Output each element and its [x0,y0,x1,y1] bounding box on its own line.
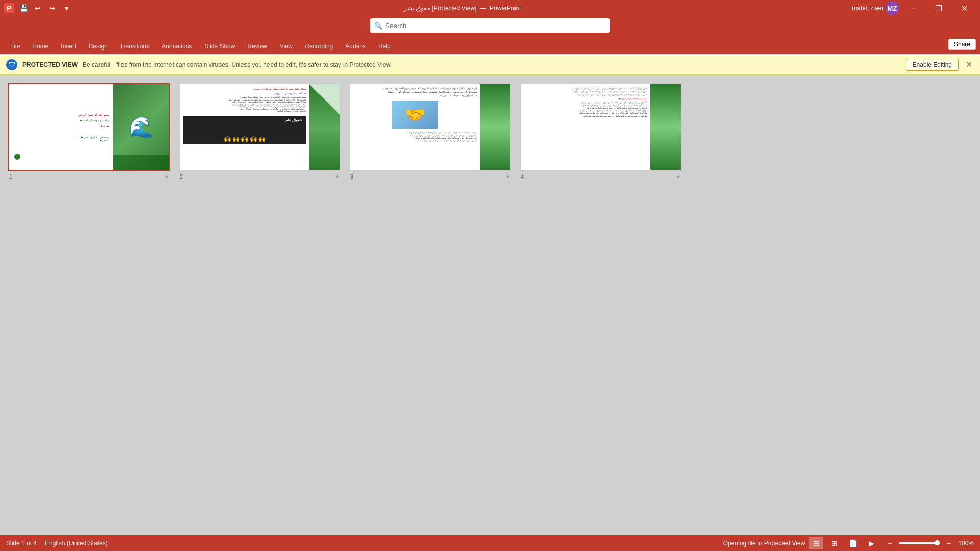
tab-view[interactable]: View [274,39,299,54]
slide-number-3: 3 [350,173,353,180]
slide-star-2: ★ [335,173,340,180]
slide-info: Slide 1 of 4 [6,540,37,547]
slide-star-4: ★ [676,173,681,180]
zoom-slider[interactable] [899,542,940,544]
slide-wrapper-2: سوال: پایش بشر را جامعه چطور می‌داند؟ به… [179,83,341,527]
language: English (United States) [45,540,108,547]
close-button[interactable]: ✕ [952,0,976,16]
search-icon: 🔍 [374,22,382,30]
enable-editing-button[interactable]: Enable Editing [906,59,959,71]
minimize-button[interactable]: − [901,0,925,16]
search-input[interactable] [385,22,606,30]
tab-home[interactable]: Home [26,39,55,54]
status-bar: Slide 1 of 4 English (United States) Ope… [0,535,980,551]
undo-button[interactable]: ↩ [32,2,44,14]
tab-design[interactable]: Design [82,39,113,54]
reading-view-button[interactable]: 📄 [846,537,860,549]
search-bar-area: 🔍 [0,16,980,35]
slide-content-4: حقوق اری آن گفته هاست که صدق که حقوق هاش… [521,84,681,170]
slide-wrapper-4: حقوق اری آن گفته هاست که صدق که حقوق هاش… [520,83,682,527]
tab-slideshow[interactable]: Slide Show [198,39,241,54]
slideshow-view-button[interactable]: ▶ [864,537,878,549]
tab-animations[interactable]: Animations [156,39,198,54]
slide-number-row-1: 1 ★ [8,173,170,180]
doc-title: حقوق بشر [Protected View] [404,5,477,12]
slide3-image: 🤝 [392,101,438,129]
title-bar-right: mahdi ziaei MZ − ❐ ✕ [852,0,976,16]
status-right: Opening file in Protected View ⊟ ⊞ 📄 ▶ −… [723,537,974,549]
slide-content-2: سوال: پایش بشر را جامعه چطور می‌داند؟ به… [180,84,340,170]
zoom-level: 100% [958,540,974,547]
slide-content-3: این حقوق شامل حقوق طبیعی است که افراد قا… [350,84,510,170]
slide-number-row-4: 4 ★ [520,173,682,180]
ribbon-tabs: File Home Insert Design Transitions Anim… [0,35,980,54]
slide-number-4: 4 [521,173,524,180]
slide-wrapper-3: این حقوق شامل حقوق طبیعی است که افراد قا… [349,83,511,527]
share-button[interactable]: Share [948,39,976,50]
user-name: mahdi ziaei [852,5,883,12]
title-bar: P 💾 ↩ ↪ ▾ حقوق بشر [Protected View] — Po… [0,0,980,16]
slide-thumb-1[interactable]: بسم الله الرحمن الرحیم ▶ پیامبر و دوستان… [8,83,170,171]
slide-thumb-3[interactable]: این حقوق شامل حقوق طبیعی است که افراد قا… [349,83,511,171]
normal-view-button[interactable]: ⊟ [809,537,823,549]
ribbon: File Home Insert Design Transitions Anim… [0,35,980,55]
close-protected-bar-button[interactable]: ✕ [964,60,974,70]
slide-content-1: بسم الله الرحمن الرحیم ▶ پیامبر و دوستان… [9,84,169,170]
user-avatar[interactable]: MZ [885,1,899,15]
tab-insert[interactable]: Insert [55,39,82,54]
main-area: بسم الله الرحمن الرحیم ▶ پیامبر و دوستان… [0,75,980,535]
slide-thumb-4[interactable]: حقوق اری آن گفته هاست که صدق که حقوق هاش… [520,83,682,171]
view-message: Opening file in Protected View [723,540,805,547]
zoom-area: − + 100% [883,537,974,549]
slide-sorter-button[interactable]: ⊞ [827,537,842,549]
protected-view-bar: 🛡 PROTECTED VIEW Be careful—files from t… [0,55,980,75]
app-icon: P [4,3,14,13]
window-title: حقوق بشر [Protected View] — PowerPoint [72,5,852,12]
app-name: PowerPoint [489,5,521,12]
protected-message: Be careful—files from the Internet can c… [83,61,901,68]
slide-number-2: 2 [180,173,183,180]
user-badge: mahdi ziaei MZ [852,1,899,15]
tab-transitions[interactable]: Transitions [114,39,156,54]
user-initials: MZ [888,5,897,12]
tab-addins[interactable]: Add-ins [339,39,372,54]
slide-thumb-2[interactable]: سوال: پایش بشر را جامعه چطور می‌داند؟ به… [179,83,341,171]
slide-star-1: ★ [164,173,169,180]
slides-panel: بسم الله الرحمن الرحیم ▶ پیامبر و دوستان… [8,83,972,527]
status-left: Slide 1 of 4 English (United States) [6,540,108,547]
zoom-out-button[interactable]: − [883,537,897,549]
tab-recording[interactable]: Recording [299,39,339,54]
search-box: 🔍 [370,18,610,33]
redo-button[interactable]: ↪ [46,2,58,14]
shield-icon: 🛡 [6,59,17,70]
tab-help[interactable]: Help [372,39,397,54]
slide-wrapper-1: بسم الله الرحمن الرحیم ▶ پیامبر و دوستان… [8,83,170,527]
slide-number-row-3: 3 ★ [349,173,511,180]
slide-star-3: ★ [505,173,510,180]
restore-button[interactable]: ❐ [927,0,950,16]
title-bar-left: P 💾 ↩ ↪ ▾ [4,2,72,14]
save-button[interactable]: 💾 [17,2,30,14]
zoom-in-button[interactable]: + [942,537,956,549]
quick-access-toolbar: 💾 ↩ ↪ ▾ [17,2,72,14]
customize-button[interactable]: ▾ [60,2,72,14]
protected-label: PROTECTED VIEW [22,61,78,68]
tab-file[interactable]: File [4,39,26,54]
tab-review[interactable]: Review [241,39,273,54]
slide-number-row-2: 2 ★ [179,173,341,180]
slide-number-1: 1 [9,173,12,180]
